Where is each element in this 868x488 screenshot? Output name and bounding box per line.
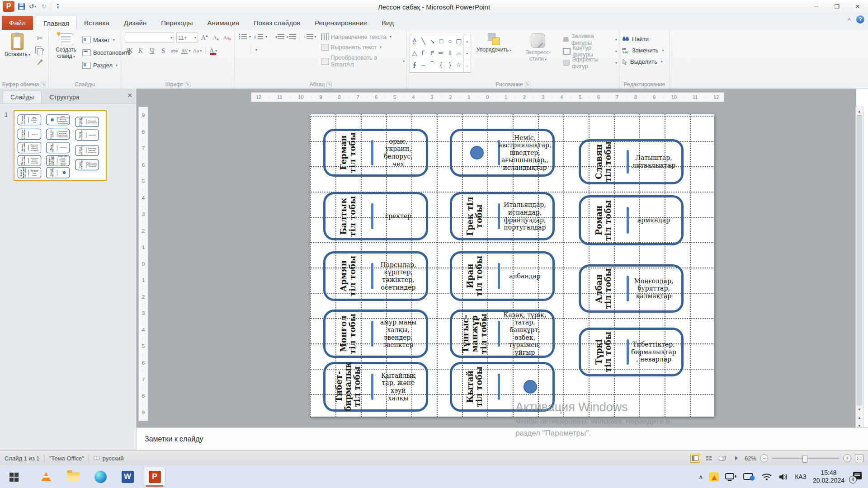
shape-left-brace-icon[interactable]: { (440, 61, 442, 68)
close-button[interactable]: ✕ (847, 0, 868, 13)
domino-card[interactable]: Роман тіл тобыармяндар (579, 195, 684, 245)
start-button[interactable] (3, 467, 24, 487)
notes-area[interactable]: Заметки к слайду (137, 427, 868, 450)
decrease-indent-button[interactable]: ◂ (275, 34, 284, 40)
arrange-button[interactable]: Упорядочить (475, 32, 513, 80)
font-color-button[interactable]: А (209, 46, 218, 55)
grow-font-button[interactable]: А▲ (200, 33, 209, 42)
close-pane-icon[interactable]: ✕ (127, 92, 132, 99)
shape-elbow-arrow-connector-icon[interactable]: ↱ (429, 50, 435, 56)
taskbar-word[interactable]: W (117, 467, 138, 487)
shape-arrow-icon[interactable]: ↘ (429, 38, 435, 44)
shape-right-brace-icon[interactable]: } (449, 61, 451, 68)
shape-down-arrow-icon[interactable]: ⇩ (447, 50, 453, 56)
tab-slides-pane[interactable]: Слайды (3, 91, 42, 103)
minimize-button[interactable]: ─ (806, 0, 826, 13)
shape-chord-icon[interactable]: ⌓ (456, 50, 461, 56)
numbering-button[interactable] (254, 34, 267, 40)
font-size-combo[interactable]: 11+ (176, 33, 198, 43)
normal-view-button[interactable] (690, 454, 700, 463)
domino-card[interactable]: Албан тіл тобыМоңғолдар, буряттар, қалма… (579, 264, 684, 313)
shapes-scroll-up-icon[interactable]: ▲ (464, 35, 471, 47)
domino-card[interactable]: Түркі тіл тобыТибеттіктер, бирмалықтар ,… (579, 328, 684, 376)
paste-button[interactable]: Вставить (3, 32, 32, 80)
reading-view-button[interactable] (717, 454, 727, 463)
domino-card[interactable]: Славян тіл тобыЛатыштар, литвалықтар (579, 139, 684, 184)
tab-view[interactable]: Вид (374, 16, 401, 30)
clear-formatting-button[interactable]: Aa (223, 33, 232, 42)
display-project-icon[interactable] (743, 473, 755, 481)
shapes-gallery-more-icon[interactable]: ⍗ (464, 60, 471, 72)
bold-button[interactable]: Ж (125, 46, 134, 55)
slide-thumbnail[interactable]: Герман тіл тобыорыс, украин, белорус, че… (14, 110, 107, 181)
shape-scribble-icon[interactable]: ∮ (413, 61, 416, 68)
tab-design[interactable]: Дизайн (117, 16, 154, 30)
domino-card[interactable]: Грек тіл тобыИтальяндар, испандар, франц… (450, 192, 555, 240)
shape-effects-button[interactable]: Эффекты фигур (563, 57, 617, 68)
shape-rectangle-icon[interactable]: □ (439, 38, 443, 44)
domino-card[interactable]: Тұнғыс- манжұр тіл тобыҚазақ, түрік, тат… (450, 310, 555, 358)
convert-smartart-button[interactable]: Преобразовать в SmartArt (321, 54, 405, 68)
previous-slide-icon[interactable]: ▲ (856, 413, 863, 422)
align-text-button[interactable]: Выровнять текст (321, 44, 405, 51)
find-button[interactable]: Найти (622, 33, 668, 45)
font-dialog-launcher[interactable]: ⇘ (185, 82, 190, 87)
shapes-gallery-scrollbar[interactable]: ▲ ▼ ⍗ (463, 35, 471, 72)
shape-oval-icon[interactable]: ○ (448, 38, 452, 44)
strikethrough-button[interactable]: abe (170, 46, 179, 55)
slide-editing-area[interactable]: Герман тіл тобыорыс, украин, белорус, че… (310, 114, 714, 417)
tab-insert[interactable]: Вставка (77, 16, 117, 30)
paragraph-dialog-launcher[interactable]: ⇘ (326, 82, 332, 87)
taskbar-edge[interactable] (90, 467, 111, 487)
shape-isosceles-triangle-icon[interactable]: △ (412, 50, 417, 56)
tab-file[interactable]: Файл (2, 16, 33, 30)
fit-to-window-button[interactable] (855, 455, 863, 462)
domino-card[interactable]: Балтык тіл тобыгректер (323, 192, 428, 240)
minimize-ribbon-icon[interactable]: ˄ (847, 16, 851, 23)
scroll-up-icon[interactable]: ▲ (856, 107, 863, 115)
domino-card[interactable]: Тибет- бирмалық тіл тобыҚытайлық тар, жә… (323, 362, 428, 412)
taskbar-vlc[interactable] (35, 467, 57, 487)
shape-line-icon[interactable]: ╲ (421, 38, 425, 44)
shape-elbow-connector-icon[interactable]: Γ (422, 50, 425, 56)
change-case-button[interactable]: Аа (193, 46, 202, 55)
power-plug-icon[interactable] (725, 473, 737, 481)
replace-button[interactable]: abac Заменить (622, 45, 668, 56)
zoom-out-button[interactable]: − (760, 454, 768, 462)
tab-slideshow[interactable]: Показ слайдов (246, 16, 307, 30)
bullets-button[interactable] (239, 34, 251, 40)
tray-expand-icon[interactable]: ∧ (699, 474, 703, 480)
drawing-dialog-launcher[interactable]: ⇘ (525, 82, 530, 87)
input-language[interactable]: КАЗ (795, 473, 807, 480)
copy-button[interactable] (34, 45, 46, 55)
language-indicator[interactable]: русский (89, 455, 128, 462)
shape-right-arrow-icon[interactable]: ⇨ (439, 50, 444, 56)
increase-indent-button[interactable]: ▸ (287, 34, 297, 40)
format-painter-button[interactable] (34, 56, 46, 67)
cut-button[interactable]: ✂ (34, 33, 46, 43)
tab-outline-pane[interactable]: Структура (42, 91, 87, 103)
domino-card[interactable]: Армян тіл тобыПарсылар, күрдтер, тәжікте… (323, 251, 428, 301)
tab-animations[interactable]: Анимация (200, 16, 246, 30)
domino-card[interactable]: Монғол тіл тобыамур маңы халқы, эвендер,… (323, 310, 428, 358)
shape-fill-button[interactable]: Заливка фигуры (563, 34, 617, 45)
shape-text-box-icon[interactable]: A (413, 38, 416, 44)
columns-button[interactable] (255, 45, 257, 53)
taskbar-powerpoint[interactable]: P (144, 467, 165, 487)
tab-home[interactable]: Главная (36, 16, 77, 30)
volume-icon[interactable] (778, 473, 788, 481)
wifi-icon[interactable] (761, 473, 772, 481)
shrink-font-button[interactable]: А▼ (212, 33, 221, 42)
italic-button[interactable]: К (136, 46, 145, 55)
vlc-update-icon[interactable] (709, 472, 719, 482)
help-icon[interactable]: ? (856, 15, 864, 23)
domino-card[interactable]: Иран тіл тобыалбандар (450, 251, 555, 301)
underline-button[interactable]: Ч (147, 46, 156, 55)
text-direction-button[interactable]: Направление текста (321, 33, 405, 40)
select-button[interactable]: Выделить (622, 56, 668, 67)
quick-styles-button[interactable]: Экспресс-стили (517, 32, 559, 80)
zoom-in-button[interactable]: + (843, 454, 851, 462)
domino-card[interactable]: Неміс, австриялықтар, шведтер, ағылшында… (450, 129, 555, 177)
restore-button[interactable]: ❐ (826, 0, 847, 13)
scrollbar-thumb[interactable] (857, 115, 862, 405)
